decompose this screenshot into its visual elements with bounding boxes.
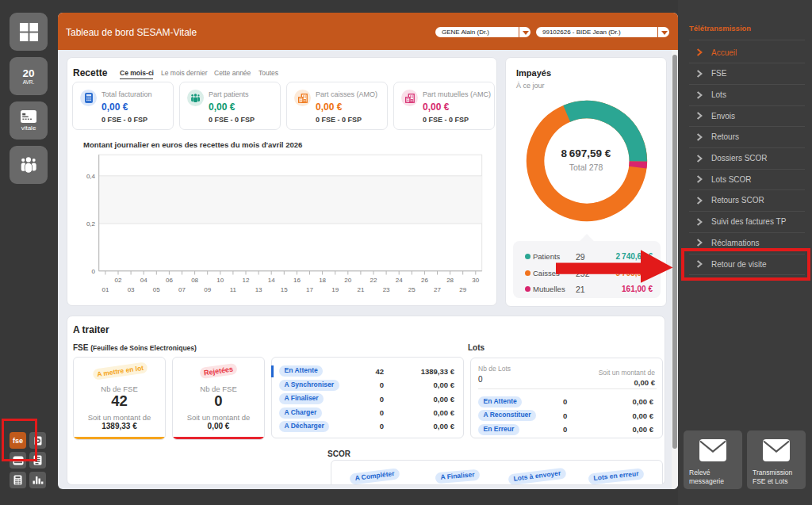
svg-text:24: 24	[396, 277, 403, 284]
svg-text:23: 23	[383, 286, 390, 293]
svg-text:08: 08	[191, 277, 198, 284]
svg-text:22: 22	[370, 277, 377, 284]
svg-text:16: 16	[293, 277, 301, 284]
svg-text:02: 02	[115, 277, 122, 284]
svg-text:03: 03	[128, 286, 135, 293]
svg-text:19: 19	[331, 286, 339, 293]
svg-text:15: 15	[281, 286, 288, 293]
svg-text:09: 09	[204, 286, 211, 293]
svg-text:26: 26	[421, 277, 428, 284]
svg-text:28: 28	[446, 277, 454, 284]
svg-text:13: 13	[255, 286, 262, 293]
svg-text:14: 14	[268, 277, 275, 284]
svg-text:20: 20	[344, 277, 351, 284]
svg-text:21: 21	[357, 286, 364, 293]
svg-text:0,4: 0,4	[86, 173, 96, 180]
svg-text:05: 05	[153, 286, 160, 293]
svg-text:06: 06	[166, 277, 173, 284]
svg-text:11: 11	[230, 286, 237, 293]
svg-text:18: 18	[319, 277, 326, 284]
svg-text:27: 27	[434, 286, 441, 293]
svg-text:07: 07	[178, 286, 186, 293]
svg-text:25: 25	[408, 286, 416, 293]
svg-text:30: 30	[472, 277, 479, 284]
svg-text:0: 0	[92, 268, 96, 275]
svg-text:04: 04	[140, 277, 147, 284]
svg-text:0,2: 0,2	[86, 220, 96, 228]
svg-text:17: 17	[306, 286, 313, 293]
svg-text:01: 01	[102, 286, 109, 293]
svg-text:29: 29	[459, 286, 466, 293]
svg-text:10: 10	[216, 277, 224, 284]
svg-text:12: 12	[243, 277, 250, 284]
